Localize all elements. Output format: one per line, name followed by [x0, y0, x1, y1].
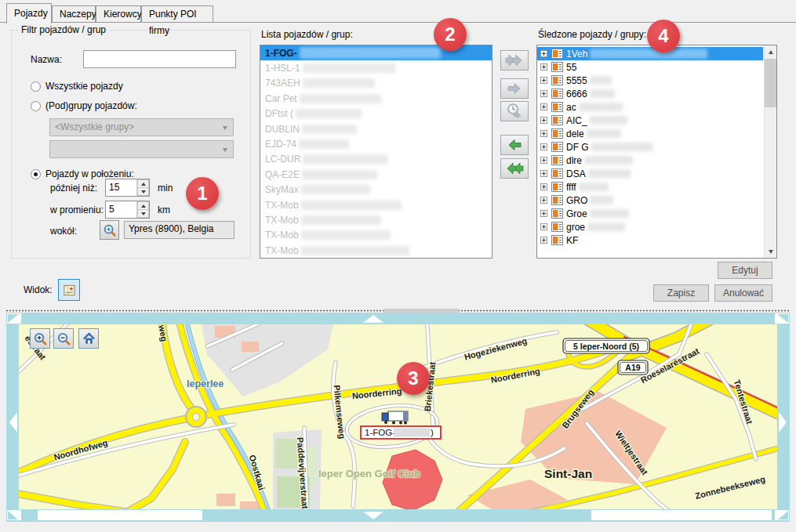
expand-plus-icon[interactable] — [540, 103, 547, 110]
expand-plus-icon[interactable] — [540, 183, 547, 190]
group-combo-2[interactable] — [49, 140, 234, 158]
move-left-button[interactable] — [500, 135, 529, 155]
list-item[interactable]: LC-DUR — [260, 152, 492, 167]
expand-plus-icon[interactable] — [540, 117, 547, 124]
tab-strip-border — [0, 22, 796, 23]
list-item[interactable]: SkyMax — [260, 183, 492, 197]
list-item[interactable]: TX-Mob — [260, 228, 492, 243]
spin-up-icon[interactable] — [137, 201, 149, 209]
search-location-button[interactable] — [100, 220, 119, 240]
radio-subgroups[interactable]: (Pod)grupy pojazdów: — [31, 100, 137, 111]
move-all-right-button[interactable] — [500, 50, 529, 71]
list-item[interactable]: QA-E2E — [260, 167, 492, 182]
expand-plus-icon[interactable] — [540, 50, 547, 57]
tree-item[interactable]: GRO — [537, 194, 763, 207]
zoom-out-button[interactable] — [53, 328, 74, 349]
tree-item[interactable]: DSA — [537, 167, 763, 180]
vehicle-group-icon — [551, 235, 563, 245]
list-item[interactable]: 743AEH — [260, 76, 492, 91]
expand-plus-icon[interactable] — [540, 157, 547, 164]
expand-plus-icon[interactable] — [540, 130, 547, 137]
vehicle-group-icon — [551, 142, 563, 152]
splitter-grip[interactable] — [383, 309, 459, 313]
scroll-up-icon[interactable] — [765, 45, 777, 58]
list-item[interactable]: DFtst ( — [260, 107, 492, 121]
water-label: Ieperlee — [187, 378, 224, 389]
vehicle-listbox[interactable]: 1-FOG- 1-HSL-1 743AEH Car Pet DFtst ( DU… — [260, 45, 493, 259]
expand-plus-icon[interactable] — [540, 197, 547, 204]
tree-item[interactable]: 5555 — [537, 74, 763, 87]
redacted-text — [303, 63, 395, 73]
expand-plus-icon[interactable] — [540, 90, 547, 97]
around-value-field[interactable]: Ypres (8900), Belgia — [124, 221, 234, 239]
tree-item[interactable]: ac — [537, 100, 763, 114]
list-item[interactable]: Car Pet — [260, 91, 492, 106]
redacted-text — [303, 154, 387, 164]
tab-punkty-poi[interactable]: Punkty POI firmy — [141, 5, 213, 23]
group-combo-1[interactable]: <Wszystkie grupy> — [49, 118, 234, 136]
list-item[interactable]: TX-Mob — [260, 197, 492, 212]
tree-item[interactable]: Groe — [537, 207, 763, 220]
list-item[interactable]: TX-Mob — [260, 243, 492, 258]
scroll-down-icon[interactable] — [765, 245, 777, 258]
tree-item[interactable]: dele — [537, 127, 763, 140]
move-right-button[interactable] — [500, 78, 529, 99]
expand-plus-icon[interactable] — [540, 237, 547, 244]
later-than-spinner[interactable]: 15 — [105, 179, 150, 197]
move-all-left-button[interactable] — [500, 158, 529, 179]
move-right-delayed-button[interactable] — [500, 101, 529, 121]
list-item-label: TX-Mob — [265, 215, 299, 226]
tracked-treeview[interactable]: 1Veh 55 5555 6666 ac AIC_ dele DF G dlre… — [536, 45, 777, 259]
list-item-label: LC-DUR — [265, 154, 300, 165]
list-item[interactable]: TX-Mob — [260, 212, 492, 227]
expand-plus-icon[interactable] — [540, 77, 547, 84]
expand-plus-icon[interactable] — [540, 170, 547, 177]
spin-down-icon[interactable] — [137, 187, 149, 196]
cancel-button[interactable]: Anulować — [714, 284, 772, 302]
spin-down-icon[interactable] — [137, 209, 149, 218]
expand-plus-icon[interactable] — [540, 210, 547, 217]
spinner-buttons[interactable] — [136, 179, 149, 196]
tree-item[interactable]: AIC_ — [537, 114, 763, 127]
map-content[interactable]: 5 Ieper-Noord (5) A19 1-FOG- — [6, 309, 779, 522]
tree-item[interactable]: groe — [537, 220, 763, 233]
expand-plus-icon[interactable] — [540, 223, 547, 230]
spin-up-icon[interactable] — [137, 179, 149, 187]
name-input[interactable] — [83, 50, 236, 68]
radio-all-vehicles[interactable]: Wszystkie pojazdy — [31, 81, 123, 92]
expand-plus-icon[interactable] — [540, 63, 547, 71]
vehicle-group-icon — [551, 208, 563, 219]
step-badge-2: 2 — [434, 18, 467, 51]
tab-naczepy[interactable]: Naczepy — [52, 5, 96, 23]
edit-button[interactable]: Edytuj — [718, 262, 772, 279]
expand-plus-icon[interactable] — [540, 143, 547, 150]
tab-kierowcy[interactable]: Kierowcy — [96, 5, 141, 23]
list-item[interactable]: DUBLIN — [260, 121, 492, 136]
radio-icon-selected — [31, 169, 41, 179]
tree-item[interactable]: DF G — [537, 140, 763, 154]
radius-spinner[interactable]: 5 — [105, 201, 150, 219]
tree-scrollbar[interactable] — [764, 45, 776, 258]
map-panel[interactable]: 5 Ieper-Noord (5) A19 1-FOG- — [6, 309, 790, 522]
redacted-text — [588, 169, 631, 178]
save-button[interactable]: Zapisz — [653, 284, 709, 302]
list-item[interactable]: 1-HSL-1 — [260, 60, 492, 75]
zoom-in-button[interactable] — [30, 328, 50, 349]
redacted-text — [301, 185, 370, 194]
radio-by-location[interactable]: Pojazdy w położeniu: — [31, 168, 134, 179]
scrollbar-thumb[interactable] — [765, 59, 777, 107]
vehicle-map-label[interactable]: 1-FOG- ) — [361, 426, 441, 439]
tree-item[interactable]: 1Veh — [537, 47, 763, 60]
map-svg[interactable]: 5 Ieper-Noord (5) A19 1-FOG- — [6, 309, 790, 522]
step-badge-1: 1 — [186, 177, 219, 210]
spinner-buttons[interactable] — [136, 201, 149, 218]
tree-item[interactable]: 6666 — [537, 87, 763, 100]
home-view-button[interactable] — [78, 328, 99, 349]
tree-item[interactable]: 55 — [537, 60, 763, 74]
tree-item[interactable]: KF — [537, 233, 763, 247]
list-item[interactable]: EJD-74 — [260, 136, 492, 151]
tree-item[interactable]: ffff — [537, 180, 763, 194]
tree-item[interactable]: dlre — [537, 154, 763, 167]
map-view-toggle-button[interactable] — [58, 279, 80, 301]
tab-pojazdy[interactable]: Pojazdy — [6, 3, 52, 24]
